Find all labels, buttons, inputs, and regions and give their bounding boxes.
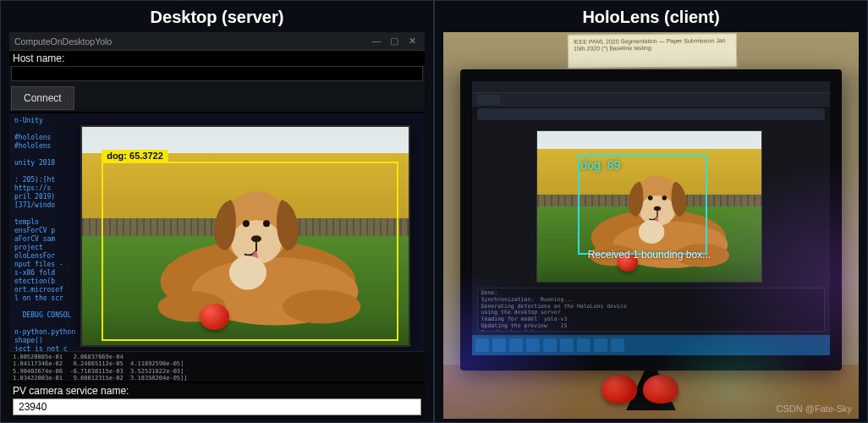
close-icon[interactable]: ✕ (404, 36, 420, 47)
detection-label-client: dog: 89 (581, 158, 621, 172)
red-object-2 (643, 375, 678, 404)
taskbar-icon[interactable] (526, 338, 540, 352)
pv-form: PV camera service name: 23940 (9, 383, 425, 419)
app-window: ComputeOnDesktopYolo — ▢ ✕ Host name: Co… (9, 32, 425, 112)
wall-note: IEEE PAML 2020 Segmentation — Paper Subm… (568, 33, 737, 69)
taskbar-icon[interactable] (509, 338, 523, 352)
pv-input[interactable]: 23940 (13, 398, 421, 415)
taskbar-icon[interactable] (594, 338, 607, 352)
desktop-server-panel: Desktop (server) ComputeOnDesktopYolo — … (0, 0, 434, 423)
address-bar[interactable] (477, 108, 826, 120)
window-controls: — ▢ ✕ (369, 36, 420, 47)
window-title: ComputeOnDesktopYolo (14, 36, 112, 47)
host-name-label: Host name: (9, 51, 425, 66)
desktop-screenshot: ComputeOnDesktopYolo — ▢ ✕ Host name: Co… (9, 32, 425, 419)
status-text: Received 1 bounding box... (537, 249, 761, 261)
panel-title-left: Desktop (server) (1, 1, 433, 32)
client-terminal: Done: Synchronization: Running... Genera… (477, 288, 826, 332)
detection-label-server: dog: 65.3722 (102, 150, 168, 162)
window-titlebar: ComputeOnDesktopYolo — ▢ ✕ (9, 32, 425, 51)
watermark: CSDN @Fate-Sky (777, 404, 852, 414)
taskbar-icon[interactable] (492, 338, 506, 352)
browser-tabbar (472, 93, 831, 107)
browser-tab[interactable] (477, 95, 500, 105)
terminal-output: 1.00520085e-01 2.06837669e-04 1.04117346… (9, 351, 425, 382)
monitor: dog: 89 Received 1 bounding box... Done:… (460, 69, 843, 371)
taskbar-icon[interactable] (611, 338, 624, 352)
monitor-screen: dog: 89 Received 1 bounding box... Done:… (472, 81, 831, 355)
comparison-container: Desktop (server) ComputeOnDesktopYolo — … (0, 0, 868, 423)
detection-preview: dog: 65.3722 (80, 125, 410, 347)
client-preview: dog: 89 Received 1 bounding box... (536, 130, 762, 283)
taskbar-icon[interactable] (543, 338, 557, 352)
bounding-box-server (102, 162, 398, 341)
start-icon[interactable] (475, 338, 489, 352)
red-object-1 (602, 375, 637, 404)
ide-menubar (472, 81, 831, 93)
connect-button[interactable]: Connect (11, 86, 74, 110)
pv-label: PV camera service name: (13, 385, 421, 397)
windows-taskbar (472, 335, 831, 355)
taskbar-icon[interactable] (560, 338, 574, 352)
dog-scene-client: dog: 89 Received 1 bounding box... (537, 131, 761, 282)
minimize-icon[interactable]: — (369, 36, 384, 46)
maximize-icon[interactable]: ▢ (387, 36, 402, 47)
host-name-input[interactable] (11, 66, 423, 81)
taskbar-icon[interactable] (577, 338, 591, 352)
panel-title-right: HoloLens (client) (435, 1, 867, 32)
hololens-photo: IEEE PAML 2020 Segmentation — Paper Subm… (443, 32, 859, 419)
dog-scene: dog: 65.3722 (82, 127, 409, 345)
hololens-client-panel: HoloLens (client) IEEE PAML 2020 Segment… (434, 0, 868, 423)
